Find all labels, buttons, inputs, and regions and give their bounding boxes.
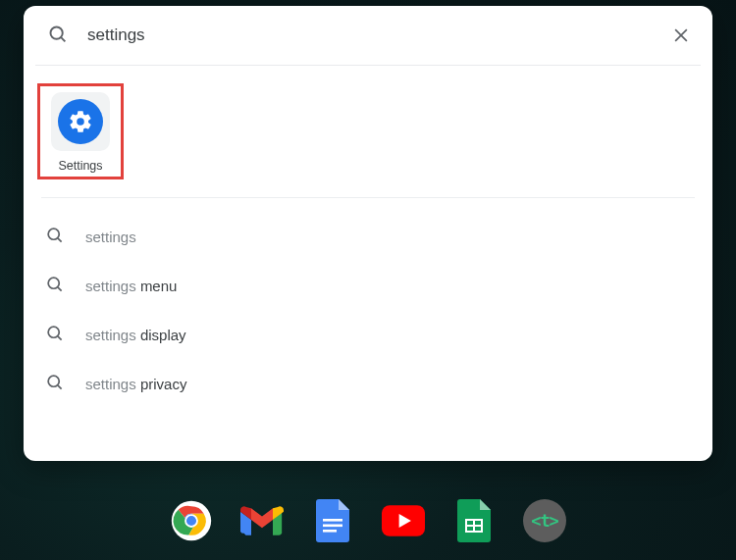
suggestion-text: settings privacy: [85, 376, 186, 392]
svg-line-1: [61, 37, 65, 41]
suggestion-item[interactable]: settings: [45, 212, 705, 261]
app-result-label: Settings: [58, 159, 102, 173]
suggestion-item[interactable]: settings menu: [45, 261, 705, 310]
svg-line-5: [58, 237, 62, 241]
suggestion-item[interactable]: settings display: [45, 310, 705, 359]
svg-point-6: [48, 278, 59, 288]
svg-line-9: [58, 335, 62, 339]
settings-app-icon: [58, 99, 103, 144]
docs-icon[interactable]: [311, 499, 354, 542]
textastic-icon-badge: <t>: [523, 499, 566, 542]
textastic-icon[interactable]: <t>: [523, 499, 566, 542]
svg-point-10: [48, 376, 59, 386]
launcher-panel: Settings settings settings menu settings…: [24, 6, 712, 461]
search-icon: [45, 226, 64, 248]
youtube-icon[interactable]: [382, 499, 425, 542]
svg-rect-17: [323, 530, 337, 533]
svg-point-8: [48, 327, 59, 337]
search-icon: [45, 373, 64, 395]
search-input[interactable]: [87, 25, 669, 45]
chrome-icon[interactable]: [170, 499, 213, 542]
app-result-settings[interactable]: Settings: [37, 83, 124, 179]
sheets-icon[interactable]: [452, 499, 496, 542]
search-icon: [45, 324, 64, 346]
suggestion-text: settings display: [85, 327, 186, 343]
search-row: [24, 6, 712, 65]
svg-line-7: [58, 286, 62, 290]
suggestion-text: settings: [85, 229, 136, 245]
svg-point-4: [48, 229, 59, 239]
suggestion-text: settings menu: [85, 278, 177, 294]
settings-app-icon-bg: [51, 92, 110, 151]
svg-rect-16: [323, 525, 342, 528]
divider: [41, 197, 695, 198]
svg-point-0: [51, 26, 63, 38]
shelf: <t>: [0, 482, 736, 560]
suggestion-item[interactable]: settings privacy: [45, 359, 705, 408]
app-results: Settings: [24, 66, 712, 189]
clear-search-button[interactable]: [669, 24, 693, 47]
search-icon: [47, 24, 68, 48]
svg-line-11: [58, 384, 62, 388]
suggestion-list: settings settings menu settings display …: [24, 204, 712, 408]
search-icon: [45, 275, 64, 297]
svg-rect-15: [323, 519, 342, 522]
gmail-icon[interactable]: [240, 499, 284, 542]
